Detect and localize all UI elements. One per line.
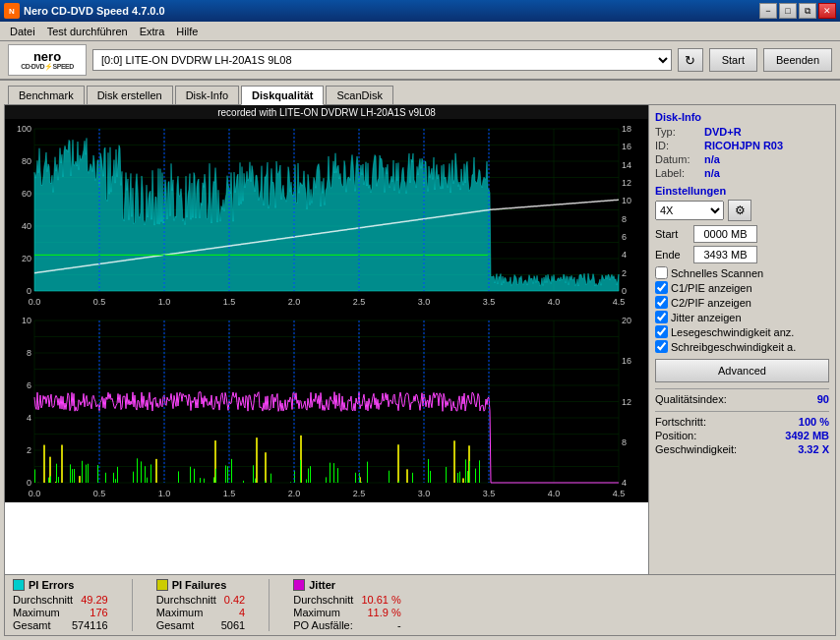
- pi-failures-legend: [156, 579, 168, 591]
- speed-select[interactable]: 4X2X8XMax: [655, 201, 724, 220]
- close-button[interactable]: ✕: [818, 3, 836, 19]
- jitter-avg-label: Durchschnitt: [293, 594, 353, 606]
- minimize-button[interactable]: −: [759, 3, 777, 19]
- schreibgeschw-label: Schreibgeschwindigkeit a.: [671, 341, 796, 353]
- start-input[interactable]: [693, 225, 757, 243]
- jitter-label: Jitter anzeigen: [671, 312, 742, 323]
- id-label: ID:: [655, 140, 704, 151]
- end-label: Ende: [655, 249, 690, 261]
- chart-title: recorded with LITE-ON DVDRW LH-20A1S v9L…: [217, 107, 436, 118]
- c1-pie-cb[interactable]: [655, 281, 668, 294]
- datum-label: Datum:: [655, 153, 704, 165]
- po-label: PO Ausfälle:: [293, 619, 353, 631]
- tab-scandisk[interactable]: ScanDisk: [326, 86, 392, 105]
- position-label: Position:: [655, 430, 785, 441]
- position-value: 3492 MB: [785, 430, 829, 441]
- pif-avg-label: Durchschnitt: [156, 594, 216, 606]
- progress-value: 100 %: [799, 416, 829, 428]
- label-label: Label:: [655, 167, 704, 179]
- schnelles-scannen-label: Schnelles Scannen: [671, 267, 763, 279]
- end-input[interactable]: [693, 246, 757, 263]
- settings-icon-btn[interactable]: ⚙: [728, 200, 751, 221]
- logo: nero CD·DVD⚡SPEED: [8, 44, 87, 76]
- right-panel: Disk-Info Typ: DVD+R ID: RICOHJPN R03 Da…: [648, 105, 835, 574]
- tab-disk-erstellen[interactable]: Disk erstellen: [87, 86, 173, 105]
- charts-container: recorded with LITE-ON DVDRW LH-20A1S v9L…: [5, 105, 648, 574]
- titlebar: N Nero CD-DVD Speed 4.7.0.0 − □ ⧉ ✕: [0, 0, 840, 22]
- pif-max-value: 4: [239, 607, 245, 618]
- tab-disk-info[interactable]: Disk-Info: [175, 86, 239, 105]
- upper-chart: [5, 119, 648, 311]
- schnelles-scannen-cb[interactable]: [655, 266, 668, 279]
- refresh-button[interactable]: ↻: [678, 48, 703, 72]
- pi-gesamt-value: 574116: [72, 619, 108, 631]
- pi-max-value: 176: [90, 607, 107, 618]
- menu-datei[interactable]: Datei: [4, 24, 41, 39]
- jitter-cb[interactable]: [655, 311, 668, 323]
- tabs-bar: Benchmark Disk erstellen Disk-Info Diskq…: [0, 81, 840, 104]
- typ-value: DVD+R: [704, 126, 742, 138]
- menu-hilfe[interactable]: Hilfe: [170, 24, 204, 39]
- speed-stat-label: Geschwindigkeit:: [655, 443, 798, 455]
- restore-button[interactable]: ⧉: [799, 3, 816, 19]
- start-button[interactable]: Start: [709, 48, 757, 72]
- pi-errors-group: PI Errors Durchschnitt 49.29 Maximum 176…: [13, 579, 108, 631]
- c2-pif-label: C2/PIF anzeigen: [671, 297, 751, 309]
- advanced-button[interactable]: Advanced: [655, 359, 829, 382]
- progress-label: Fortschritt:: [655, 416, 799, 428]
- typ-label: Typ:: [655, 126, 704, 138]
- main-content: recorded with LITE-ON DVDRW LH-20A1S v9L…: [4, 104, 836, 636]
- window-controls: − □ ⧉ ✕: [759, 3, 836, 19]
- pif-gesamt-label: Gesamt: [156, 619, 195, 631]
- lesegeschw-cb[interactable]: [655, 325, 668, 338]
- menu-extra[interactable]: Extra: [134, 24, 171, 39]
- jitter-group: Jitter Durchschnitt 10.61 % Maximum 11.9…: [293, 579, 401, 631]
- jitter-title: Jitter: [309, 579, 335, 591]
- menubar: Datei Test durchführen Extra Hilfe: [0, 22, 840, 41]
- lower-chart: [5, 311, 648, 502]
- disk-info-title: Disk-Info: [655, 111, 829, 123]
- jitter-max-label: Maximum: [293, 607, 340, 618]
- jitter-legend: [293, 579, 305, 591]
- pi-gesamt-label: Gesamt: [13, 619, 51, 631]
- chart-area: recorded with LITE-ON DVDRW LH-20A1S v9L…: [5, 105, 835, 574]
- jitter-avg-value: 10.61 %: [361, 594, 400, 606]
- menu-test[interactable]: Test durchführen: [41, 24, 134, 39]
- pi-avg-value: 49.29: [81, 594, 108, 606]
- datum-value: n/a: [704, 153, 720, 165]
- pi-avg-label: Durchschnitt: [13, 594, 73, 606]
- pi-errors-legend: [13, 579, 25, 591]
- speed-stat-value: 3.32 X: [798, 443, 829, 455]
- pi-failures-title: PI Failures: [172, 579, 227, 591]
- quality-value: 90: [817, 393, 829, 405]
- schreibgeschw-cb[interactable]: [655, 340, 668, 353]
- label-value: n/a: [704, 167, 720, 179]
- lesegeschw-label: Lesegeschwindigkeit anz.: [671, 326, 794, 338]
- pif-max-label: Maximum: [156, 607, 204, 618]
- tab-benchmark[interactable]: Benchmark: [8, 86, 85, 105]
- po-value: -: [397, 619, 401, 631]
- start-label: Start: [655, 228, 690, 240]
- stats-footer: PI Errors Durchschnitt 49.29 Maximum 176…: [5, 574, 835, 635]
- app-icon: N: [4, 3, 20, 19]
- quality-label: Qualitätsindex:: [655, 393, 817, 405]
- pi-errors-title: PI Errors: [29, 579, 74, 591]
- id-value: RICOHJPN R03: [704, 140, 783, 151]
- maximize-button[interactable]: □: [779, 3, 797, 19]
- c2-pif-cb[interactable]: [655, 296, 668, 309]
- tab-diskqualitat[interactable]: Diskqualität: [241, 86, 324, 105]
- toolbar: nero CD·DVD⚡SPEED [0:0] LITE-ON DVDRW LH…: [0, 41, 840, 81]
- pi-failures-group: PI Failures Durchschnitt 0.42 Maximum 4 …: [156, 579, 246, 631]
- pi-max-label: Maximum: [13, 607, 60, 618]
- pif-avg-value: 0.42: [224, 594, 245, 606]
- drive-select[interactable]: [0:0] LITE-ON DVDRW LH-20A1S 9L08: [92, 49, 672, 71]
- end-button[interactable]: Beenden: [763, 48, 832, 72]
- pif-gesamt-value: 5061: [221, 619, 245, 631]
- jitter-max-value: 11.9 %: [368, 607, 401, 618]
- c1-pie-label: C1/PIE anzeigen: [671, 282, 752, 294]
- settings-title: Einstellungen: [655, 185, 829, 197]
- titlebar-title: Nero CD-DVD Speed 4.7.0.0: [24, 5, 165, 17]
